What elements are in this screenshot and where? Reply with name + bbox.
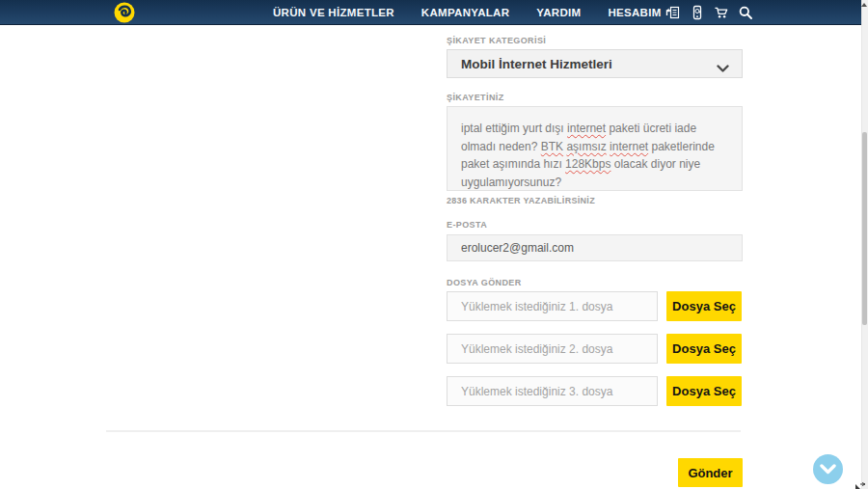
complaint-label: ŞİKAYETİNİZ	[447, 93, 504, 102]
scrollbar-thumb[interactable]	[862, 132, 867, 325]
scrollbar-up-arrow-icon[interactable]	[861, 3, 867, 7]
turkcell-logo[interactable]	[114, 2, 135, 23]
page-scrollbar[interactable]	[861, 0, 868, 489]
mobile-device-icon[interactable]	[690, 5, 705, 20]
chevron-down-icon	[820, 464, 836, 475]
menu-item-account[interactable]: HESABIM	[608, 7, 661, 18]
chevron-down-icon	[717, 60, 729, 77]
email-label: E-POSTA	[447, 220, 487, 230]
category-select[interactable]: Mobil İnternet Hizmetleri	[447, 49, 743, 78]
file-field-1[interactable]	[447, 291, 658, 321]
cart-icon[interactable]	[714, 5, 729, 20]
choose-file-button-2[interactable]: Dosya Seç	[666, 334, 742, 364]
choose-file-button-3[interactable]: Dosya Seç	[666, 376, 742, 406]
character-counter: 2836 KARAKTER YAZABİLİRSİNİZ	[447, 196, 595, 205]
submit-button[interactable]: Gönder	[678, 458, 743, 487]
file-field-3[interactable]	[447, 376, 658, 406]
file-upload-label: DOSYA GÖNDER	[447, 278, 522, 287]
choose-file-button-1[interactable]: Dosya Seç	[666, 291, 742, 321]
top-navbar: ÜRÜN VE HİZMETLER KAMPANYALAR YARDIM HES…	[0, 0, 861, 25]
scroll-down-fab[interactable]	[813, 454, 843, 484]
menu-item-help[interactable]: YARDIM	[536, 7, 581, 18]
email-field[interactable]	[447, 234, 743, 261]
category-selected-value: Mobil İnternet Hizmetleri	[461, 57, 612, 71]
turkcell-logo-icon	[114, 2, 135, 23]
category-label: ŞİKAYET KATEGORİSİ	[447, 36, 546, 45]
complaint-textarea[interactable]: iptal ettiğim yurt dışı internet paketi …	[447, 106, 743, 191]
main-menu: ÜRÜN VE HİZMETLER KAMPANYALAR YARDIM HES…	[273, 0, 662, 25]
mouse-cursor-artifact	[854, 478, 866, 488]
menu-item-products[interactable]: ÜRÜN VE HİZMETLER	[273, 7, 394, 18]
search-icon[interactable]	[738, 5, 753, 20]
file-field-2[interactable]	[447, 334, 658, 364]
page: ÜRÜN VE HİZMETLER KAMPANYALAR YARDIM HES…	[0, 0, 868, 489]
menu-item-campaigns[interactable]: KAMPANYALAR	[421, 7, 509, 18]
navbar-icons	[665, 0, 753, 25]
section-divider	[106, 430, 741, 432]
document-upload-icon[interactable]	[665, 5, 681, 20]
